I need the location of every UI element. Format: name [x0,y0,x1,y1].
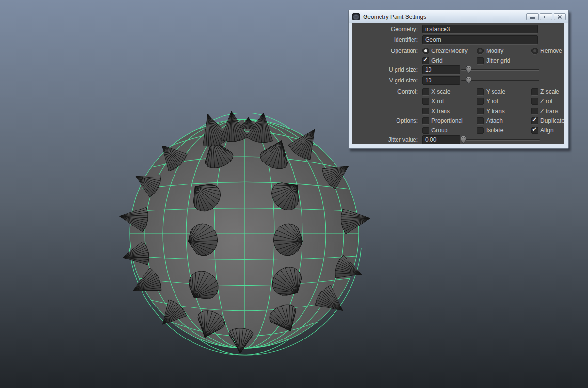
geometry-paint-settings-window: Geometry Paint Settings Geometry: Identi… [348,10,569,149]
control-row-2: X rot Y rot Z rot [352,97,563,106]
u-grid-size-slider[interactable] [461,66,539,74]
checkbox-x-scale[interactable]: X scale [422,88,450,95]
app-icon [352,13,360,20]
checkbox-x-trans[interactable]: X trans [422,108,450,114]
checkbox-label: Z rot [540,98,553,105]
checkbox-y-rot[interactable]: Y rot [477,98,498,105]
jitter-value-slider[interactable] [461,136,540,144]
checkbox-box[interactable] [477,117,484,124]
checkbox-label: Attach [486,117,503,124]
checkbox-label: Y trans [486,108,505,114]
radio-label: Remove [540,48,562,54]
checkbox-box[interactable] [531,88,538,95]
checkbox-jitter-grid[interactable]: Jitter grid [477,57,510,64]
checkbox-duplicate[interactable]: Duplicate [531,117,565,124]
checkbox-z-trans[interactable]: Z trans [531,108,558,114]
u-grid-size-label: U grid size: [352,66,420,73]
radio-create-modify[interactable]: Create/Modify [422,48,468,54]
checkbox-label: X rot [431,98,444,105]
radio-modify[interactable]: Modify [477,48,503,54]
checkbox-proportional[interactable]: Proportional [422,117,463,124]
title-bar[interactable]: Geometry Paint Settings [349,10,568,23]
checkbox-group[interactable]: Group [422,127,447,134]
dialog-content: Geometry: Identifier: Operation: Create/… [352,23,564,144]
checkbox-box[interactable] [422,57,429,64]
checkbox-label: Align [540,127,554,134]
geometry-label: Geometry: [352,26,420,32]
checkbox-box[interactable] [531,127,538,134]
slider-handle[interactable] [466,77,471,84]
operation-label: Operation: [352,48,420,54]
checkbox-box[interactable] [477,57,484,64]
slider-track[interactable] [461,80,539,81]
checkbox-attach[interactable]: Attach [477,117,503,124]
slider-handle[interactable] [461,136,466,144]
checkbox-label: Group [431,127,447,134]
checkbox-box[interactable] [422,127,429,134]
viewport-3d[interactable]: Geometry Paint Settings Geometry: Identi… [0,0,588,388]
checkbox-label: Grid [431,57,443,64]
radio-remove[interactable]: Remove [531,48,562,54]
radio-label: Modify [486,48,503,54]
minimize-icon [530,17,535,19]
checkbox-label: Proportional [431,117,463,124]
close-button[interactable] [554,13,566,20]
restore-button[interactable] [540,13,552,20]
identifier-label: Identifier: [352,36,420,43]
checkbox-x-rot[interactable]: X rot [422,98,444,105]
geometry-row: Geometry: [352,24,563,34]
identifier-input[interactable] [422,35,538,44]
v-grid-size-row: V grid size: [352,76,563,85]
checkbox-label: Jitter grid [486,57,510,64]
checkbox-label: Y scale [486,88,505,95]
checkbox-box[interactable] [422,88,429,95]
slider-track[interactable] [461,69,539,70]
control-label: Control: [352,88,420,95]
u-grid-size-row: U grid size: [352,65,563,75]
radio-dot[interactable] [422,48,429,54]
checkbox-label: Isolate [486,127,503,134]
checkbox-box[interactable] [477,88,484,95]
operation-row: Operation: Create/Modify Modify Remove [352,46,563,56]
checkbox-box[interactable] [531,108,538,114]
options-row-2: Group Isolate Align [352,126,563,135]
u-grid-size-input[interactable] [422,65,460,74]
checkbox-box[interactable] [531,117,538,124]
geometry-input[interactable] [422,25,538,33]
radio-dot[interactable] [477,48,484,54]
checkbox-box[interactable] [477,108,484,114]
checkbox-box[interactable] [531,98,538,105]
v-grid-size-slider[interactable] [461,77,539,84]
checkbox-align[interactable]: Align [531,127,554,134]
checkbox-box[interactable] [477,98,484,105]
checkbox-y-scale[interactable]: Y scale [477,88,505,95]
checkbox-box[interactable] [422,117,429,124]
control-row-1: Control: X scale Y scale Z scale [352,87,563,97]
checkbox-grid[interactable]: Grid [422,57,443,64]
jitter-value-input[interactable] [422,135,460,144]
checkbox-box[interactable] [422,108,429,114]
identifier-row: Identifier: [352,35,563,45]
checkbox-label: Z scale [540,88,559,95]
checkbox-label: Z trans [540,108,558,114]
v-grid-size-input[interactable] [422,76,460,85]
slider-handle[interactable] [466,66,471,74]
checkbox-z-rot[interactable]: Z rot [531,98,553,105]
grid-row: Grid Jitter grid [352,56,563,65]
close-icon [557,15,562,19]
checkbox-label: X scale [431,88,450,95]
radio-dot[interactable] [531,48,538,54]
checkbox-y-trans[interactable]: Y trans [477,108,505,114]
minimize-button[interactable] [526,13,539,20]
options-row-1: Options: Proportional Attach Duplicate [352,116,563,126]
options-label: Options: [352,117,420,124]
restore-icon [544,16,548,18]
checkbox-z-scale[interactable]: Z scale [531,88,559,95]
slider-track[interactable] [461,139,540,140]
jitter-value-label: Jitter value: [352,136,420,143]
jitter-value-row: Jitter value: [352,135,563,145]
checkbox-isolate[interactable]: Isolate [477,127,503,134]
window-title: Geometry Paint Settings [363,14,525,20]
checkbox-box[interactable] [422,98,429,105]
checkbox-box[interactable] [477,127,484,134]
